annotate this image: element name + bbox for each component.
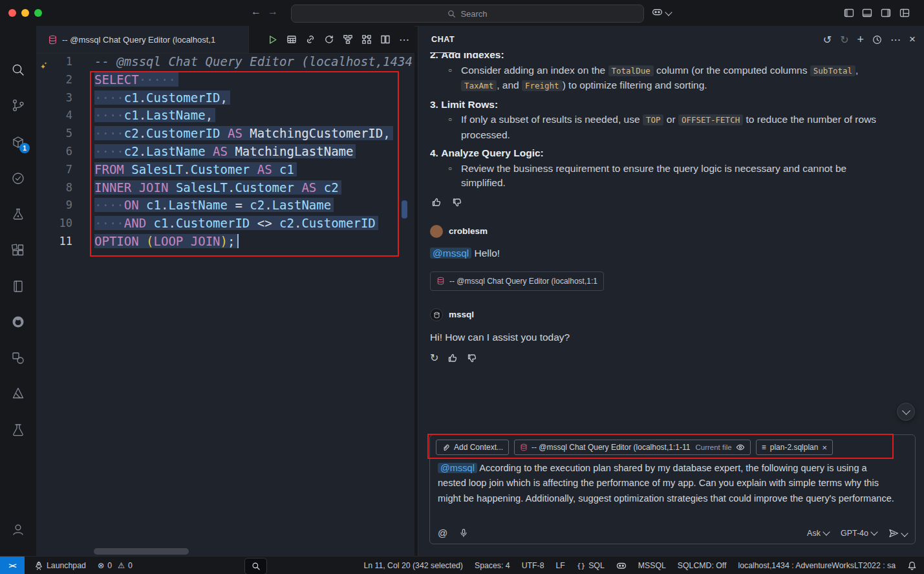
encoding-item[interactable]: UTF-8 — [516, 557, 550, 574]
connection-item[interactable]: localhost,1434 : AdventureWorksLT2022 : … — [732, 557, 901, 574]
line-number[interactable]: 11 — [36, 233, 72, 251]
azure-icon[interactable] — [10, 385, 26, 401]
schema-visualize-icon[interactable] — [343, 34, 353, 45]
line-number[interactable]: 4 — [36, 107, 72, 125]
code-line[interactable]: INNER JOIN SalesLT.Customer AS c2 — [94, 179, 414, 197]
split-editor-icon[interactable] — [380, 34, 391, 45]
thumbs-up-icon[interactable] — [431, 197, 442, 207]
code-line[interactable]: ····AND c1.CustomerID <> c2.CustomerID — [94, 215, 414, 233]
tab-chat[interactable]: CHAT — [430, 26, 456, 53]
list-item-title: 2. Add Indexes: — [430, 53, 910, 63]
notifications-bell-icon[interactable] — [901, 557, 923, 574]
remove-context-icon[interactable]: × — [822, 443, 827, 452]
chat-history-icon[interactable] — [872, 35, 882, 45]
thumbs-up-icon[interactable] — [447, 353, 458, 363]
microphone-icon[interactable] — [459, 528, 468, 538]
thumbs-down-icon[interactable] — [452, 197, 462, 207]
more-actions-icon[interactable]: ⋯ — [399, 34, 409, 46]
line-number[interactable]: 8 — [36, 179, 72, 197]
remote-explorer-icon[interactable]: 1 — [10, 134, 26, 150]
account-icon[interactable] — [10, 522, 26, 537]
mssql-item[interactable]: MSSQL — [632, 557, 672, 574]
change-connection-icon[interactable] — [324, 34, 334, 45]
eol-item[interactable]: LF — [550, 557, 571, 574]
code-line[interactable]: ····c1.CustomerID, — [94, 89, 414, 107]
launchpad-item[interactable]: Launchpad — [28, 557, 92, 574]
layout-panel-icon[interactable] — [862, 8, 872, 18]
code-line[interactable]: FROM SalesLT.Customer AS c1 — [94, 161, 414, 179]
line-number[interactable]: 6 — [36, 143, 72, 161]
code-line[interactable]: -- @mssql Chat Query Editor (localhost,1… — [94, 53, 414, 71]
assistant-message-header: mssql — [430, 308, 910, 323]
model-picker[interactable]: GPT-4o — [841, 529, 877, 538]
chat-input-text[interactable]: @mssql According to the execution plan s… — [430, 455, 915, 506]
code-line[interactable]: SELECT····· — [94, 71, 414, 89]
chat-undo-icon[interactable]: ↺ — [823, 34, 832, 46]
add-context-chip[interactable]: Add Context... — [436, 440, 509, 455]
notebook-icon[interactable] — [10, 279, 26, 294]
problems-item[interactable]: ⊗0 ⚠0 — [92, 557, 138, 574]
code-line[interactable]: ····c2.LastName AS MatchingLastName — [94, 143, 414, 161]
code-line[interactable]: ····ON c1.LastName = c2.LastName — [94, 197, 414, 215]
eye-icon[interactable] — [736, 443, 745, 452]
language-item[interactable]: {}SQL — [571, 557, 610, 574]
code-editor[interactable]: ✦✦ 1234567891011 -- @mssql Chat Query Ed… — [36, 53, 414, 556]
run-query-button[interactable] — [267, 34, 278, 45]
mention-chip[interactable]: @mssql — [430, 248, 471, 259]
tab-query-editor[interactable]: -- @mssql Chat Query Editor (localhost,1 — [36, 26, 249, 53]
line-number[interactable]: 9 — [36, 197, 72, 215]
chat-input-box[interactable]: Add Context... -- @mssql Chat Query Edit… — [429, 434, 916, 544]
cursor-position-item[interactable]: Ln 11, Col 20 (342 selected) — [358, 557, 469, 574]
results-grid-icon[interactable] — [286, 34, 297, 45]
connect-icon[interactable] — [305, 34, 316, 45]
traffic-light-zoom[interactable] — [34, 9, 42, 17]
chat-redo-icon[interactable]: ↻ — [840, 34, 848, 46]
copilot-status-icon[interactable] — [610, 557, 632, 574]
traffic-light-minimize[interactable] — [21, 9, 29, 17]
line-number[interactable]: 1 — [36, 53, 72, 71]
traffic-light-close[interactable] — [8, 9, 16, 17]
search-icon[interactable] — [10, 62, 26, 78]
customize-layout-icon[interactable] — [899, 8, 910, 18]
remote-indicator[interactable]: >< — [0, 557, 25, 574]
thumbs-down-icon[interactable] — [467, 353, 477, 363]
run-debug-icon[interactable] — [10, 206, 26, 222]
line-number[interactable]: 7 — [36, 161, 72, 179]
testing-icon[interactable] — [10, 171, 26, 186]
sqlcmd-item[interactable]: SQLCMD: Off — [672, 557, 733, 574]
new-chat-icon[interactable]: + — [857, 33, 865, 47]
chat-close-icon[interactable]: × — [909, 33, 916, 46]
scroll-down-button[interactable] — [897, 403, 915, 421]
layout-sidebar-left-icon[interactable] — [844, 8, 854, 18]
context-file-chip[interactable]: -- @mssql Chat Query Editor (localhost,1… — [514, 440, 751, 455]
line-number[interactable]: 2 — [36, 71, 72, 89]
code-line[interactable]: OPTION (LOOP JOIN); — [94, 233, 414, 251]
horizontal-scrollbar-thumb[interactable] — [94, 548, 189, 555]
layout-sidebar-right-icon[interactable] — [881, 8, 891, 18]
live-share-icon[interactable] — [10, 350, 26, 366]
line-number[interactable]: 3 — [36, 89, 72, 107]
command-center-search[interactable]: Search — [291, 5, 644, 23]
mention-picker-icon[interactable]: @ — [438, 527, 447, 538]
indentation-item[interactable]: Spaces: 4 — [469, 557, 516, 574]
attached-file-chip[interactable]: -- @mssql Chat Query Editor (localhost,1… — [430, 271, 604, 292]
nav-back-icon[interactable]: ← — [251, 6, 261, 17]
zoom-magnifier-overlay — [244, 558, 267, 574]
query-plan-icon[interactable] — [361, 34, 372, 45]
send-button[interactable] — [888, 528, 907, 538]
context-plan-chip[interactable]: ≡ plan-2.sqlplan × — [756, 440, 833, 455]
database-projects-icon[interactable] — [10, 422, 26, 438]
extensions-icon[interactable] — [10, 242, 26, 258]
mention-chip[interactable]: @mssql — [438, 463, 477, 473]
source-control-icon[interactable] — [10, 98, 26, 113]
regenerate-icon[interactable]: ↻ — [430, 351, 438, 366]
code-line[interactable]: ····c1.LastName, — [94, 107, 414, 125]
code-line[interactable]: ····c2.CustomerID AS MatchingCustomerID, — [94, 125, 414, 143]
chat-more-icon[interactable]: ⋯ — [890, 34, 901, 46]
github-icon[interactable] — [10, 314, 26, 330]
line-number[interactable]: 5 — [36, 125, 72, 143]
mode-picker[interactable]: Ask — [807, 529, 829, 538]
copilot-menu-button[interactable] — [652, 6, 671, 17]
nav-forward-icon[interactable]: → — [268, 6, 278, 17]
line-number[interactable]: 10 — [36, 215, 72, 233]
